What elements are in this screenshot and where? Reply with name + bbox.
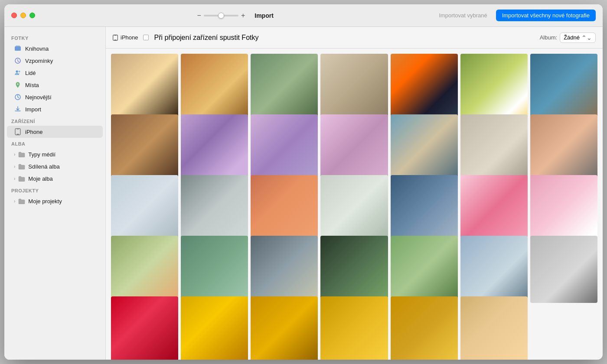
sidebar-label-nejnovejsi: Nejnovější (25, 94, 52, 101)
photo-thumbnail[interactable] (111, 114, 178, 182)
sidebar-item-knihovna[interactable]: Knihovna (7, 42, 103, 55)
photo-thumbnail[interactable] (391, 236, 458, 303)
sidebar-label-mista: Místa (25, 82, 39, 88)
photo-thumbnail[interactable] (460, 114, 528, 182)
photo-thumbnail[interactable] (320, 296, 388, 360)
photo-thumbnail[interactable] (111, 236, 178, 303)
photo-thumbnail[interactable] (251, 296, 318, 360)
sidebar-group-moje-alba[interactable]: › Moje alba (7, 172, 103, 185)
photo-thumbnail[interactable] (391, 175, 458, 242)
svg-rect-1 (16, 46, 20, 46)
iphone-icon (14, 128, 22, 136)
chevron-icon-4: › (14, 199, 15, 204)
photo-thumbnail[interactable] (111, 296, 178, 360)
zoom-slider-thumb (218, 13, 224, 19)
sidebar-group-sdilena-alba[interactable]: › Sdílená alba (7, 160, 103, 172)
photo-thumbnail[interactable] (181, 114, 248, 182)
svg-rect-10 (113, 35, 118, 40)
import-icon (14, 105, 22, 113)
photo-thumbnail[interactable] (251, 114, 318, 182)
album-dropdown[interactable]: Žádné ⌃⌄ (560, 32, 596, 43)
photo-thumbnail[interactable] (320, 114, 388, 182)
album-label: Album: (540, 34, 557, 41)
zoom-out-button[interactable]: − (196, 12, 202, 20)
svg-rect-0 (15, 46, 21, 51)
dropdown-arrow-icon: ⌃⌄ (581, 34, 592, 41)
window-title: Import (255, 12, 274, 19)
content: Fotky Knihovna Vzpomínky (4, 27, 603, 360)
sidebar-item-import[interactable]: Import (7, 103, 103, 115)
photo-thumbnail[interactable] (320, 175, 388, 242)
titlebar-actions: Importovat vybrané Importovat všechny no… (434, 10, 596, 21)
photo-thumbnail[interactable] (460, 296, 528, 360)
import-all-button[interactable]: Importovat všechny nové fotografie (496, 10, 596, 21)
photo-thumbnail[interactable] (460, 236, 528, 303)
zoom-in-button[interactable]: + (240, 12, 246, 20)
sidebar-label-iphone: iPhone (25, 129, 42, 135)
titlebar: − + Import Importovat vybrané Importovat… (4, 4, 603, 27)
maximize-button[interactable] (29, 13, 35, 18)
sidebar-group-typy-medii[interactable]: › Typy médií (7, 148, 103, 160)
places-icon (14, 81, 22, 89)
photo-thumbnail[interactable] (251, 54, 318, 121)
sidebar-item-vzpominky[interactable]: Vzpomínky (7, 55, 103, 67)
photo-thumbnail[interactable] (391, 114, 458, 182)
svg-rect-8 (16, 134, 19, 135)
photo-thumbnail[interactable] (320, 236, 388, 303)
svg-rect-11 (114, 39, 117, 40)
chevron-icon-2: › (14, 164, 15, 169)
photo-thumbnail[interactable] (181, 236, 248, 303)
sidebar-section-projekty: Projekty (4, 185, 105, 195)
sidebar-item-mista[interactable]: Místa (7, 79, 103, 91)
minimize-button[interactable] (20, 13, 26, 18)
device-name: iPhone (121, 34, 138, 41)
photo-thumbnail[interactable] (530, 54, 597, 121)
device-indicator: iPhone (113, 34, 138, 41)
sidebar-group-moje-projekty[interactable]: › Moje projekty (7, 195, 103, 207)
svg-point-5 (17, 84, 19, 85)
main-content: iPhone Při připojení zařízení spustit Fo… (106, 27, 603, 360)
photo-thumbnail[interactable] (181, 296, 248, 360)
sidebar-section-alba: Alba (4, 138, 105, 148)
photo-thumbnail[interactable] (111, 54, 178, 121)
folder-icon (18, 150, 26, 158)
sidebar-label-vzpominky: Vzpomínky (25, 58, 53, 64)
photo-thumbnail[interactable] (111, 175, 178, 242)
photo-thumbnail[interactable] (530, 236, 597, 303)
sidebar-label-moje-alba: Moje alba (28, 176, 52, 182)
chevron-icon-3: › (14, 176, 15, 181)
auto-open-checkbox[interactable] (143, 35, 149, 40)
photo-thumbnail[interactable] (460, 175, 528, 242)
photo-thumbnail[interactable] (320, 54, 388, 121)
folder-projects-icon (18, 197, 26, 205)
folder-my-icon (18, 175, 26, 182)
sidebar-section-fotky: Fotky (4, 32, 105, 42)
sidebar-item-nejnovejsi[interactable]: Nejnovější (7, 91, 103, 103)
svg-rect-9 (17, 129, 19, 130)
photo-thumbnail[interactable] (530, 175, 597, 242)
chevron-icon: › (14, 152, 15, 157)
sidebar-label-typy-medii: Typy médií (28, 151, 55, 158)
sidebar-item-lide[interactable]: Lidé (7, 67, 103, 79)
photo-thumbnail[interactable] (251, 175, 318, 242)
zoom-controls: − + (196, 12, 246, 20)
sidebar-item-iphone[interactable]: iPhone (7, 126, 103, 138)
photo-thumbnail[interactable] (181, 175, 248, 242)
svg-rect-12 (114, 35, 117, 36)
photo-thumbnail[interactable] (391, 54, 458, 121)
close-button[interactable] (11, 13, 17, 18)
memories-icon (14, 57, 22, 65)
sidebar-label-moje-projekty: Moje projekty (28, 198, 62, 205)
import-selected-button[interactable]: Importovat vybrané (434, 10, 491, 20)
photo-thumbnail[interactable] (391, 296, 458, 360)
photo-thumbnail[interactable] (460, 54, 528, 121)
auto-open-label: Při připojení zařízení spustit Fotky (154, 34, 258, 42)
photo-thumbnail[interactable] (530, 114, 597, 182)
import-toolbar: iPhone Při připojení zařízení spustit Fo… (106, 27, 603, 49)
recent-icon (14, 93, 22, 101)
photo-thumbnail[interactable] (251, 236, 318, 303)
titlebar-center: − + Import (35, 12, 434, 20)
photo-thumbnail[interactable] (181, 54, 248, 121)
sidebar-label-import: Import (25, 106, 41, 113)
zoom-slider[interactable] (204, 15, 238, 16)
